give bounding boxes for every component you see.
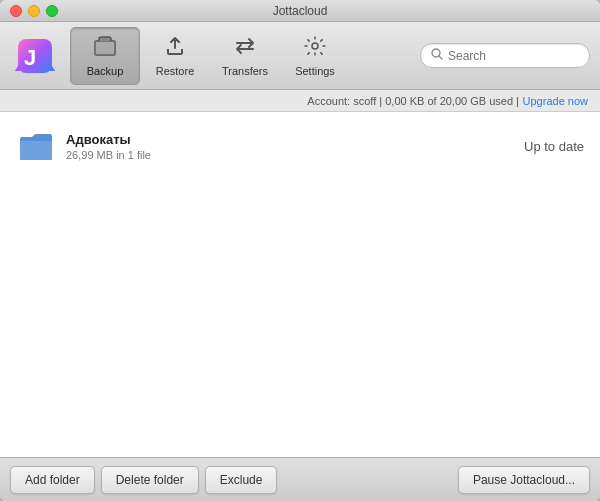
folder-icon <box>16 130 56 162</box>
exclude-button[interactable]: Exclude <box>205 466 278 494</box>
account-bar: Account: scoff | 0,00 KB of 20,00 GB use… <box>0 90 600 112</box>
content-area: Адвокаты 26,99 MB in 1 file Up to date <box>0 112 600 457</box>
search-icon <box>431 48 443 63</box>
account-text: Account: scoff | 0,00 KB of 20,00 GB use… <box>307 95 519 107</box>
pause-button[interactable]: Pause Jottacloud... <box>458 466 590 494</box>
folder-info: Адвокаты 26,99 MB in 1 file <box>66 132 524 161</box>
bottom-toolbar: Add folder Delete folder Exclude Pause J… <box>0 457 600 501</box>
transfers-button[interactable]: Transfers <box>210 27 280 85</box>
window-controls <box>10 5 58 17</box>
settings-button[interactable]: Settings <box>280 27 350 85</box>
svg-rect-3 <box>95 41 115 55</box>
add-folder-button[interactable]: Add folder <box>10 466 95 494</box>
restore-button[interactable]: Restore <box>140 27 210 85</box>
window-title: Jottacloud <box>273 4 328 18</box>
transfers-icon <box>233 35 257 61</box>
maximize-button[interactable] <box>46 5 58 17</box>
upgrade-link[interactable]: Upgrade now <box>523 95 588 107</box>
folder-size: 26,99 MB in 1 file <box>66 149 524 161</box>
delete-folder-button[interactable]: Delete folder <box>101 466 199 494</box>
transfers-label: Transfers <box>222 65 268 77</box>
search-input[interactable] <box>448 49 579 63</box>
toolbar-buttons: Backup Restore <box>70 27 420 85</box>
close-button[interactable] <box>10 5 22 17</box>
settings-icon <box>303 35 327 61</box>
settings-label: Settings <box>295 65 335 77</box>
backup-button[interactable]: Backup <box>70 27 140 85</box>
svg-point-4 <box>312 43 318 49</box>
restore-label: Restore <box>156 65 195 77</box>
list-item[interactable]: Адвокаты 26,99 MB in 1 file Up to date <box>10 122 590 170</box>
folder-name: Адвокаты <box>66 132 524 147</box>
main-window: Jottacloud J <box>0 0 600 501</box>
backup-icon <box>93 35 117 61</box>
svg-text:J: J <box>24 45 36 70</box>
search-box <box>420 43 590 68</box>
toolbar: J Backup <box>0 22 600 90</box>
svg-line-6 <box>439 56 442 59</box>
app-logo: J <box>10 31 60 81</box>
backup-label: Backup <box>87 65 124 77</box>
folder-status: Up to date <box>524 139 584 154</box>
restore-icon <box>163 35 187 61</box>
minimize-button[interactable] <box>28 5 40 17</box>
titlebar: Jottacloud <box>0 0 600 22</box>
